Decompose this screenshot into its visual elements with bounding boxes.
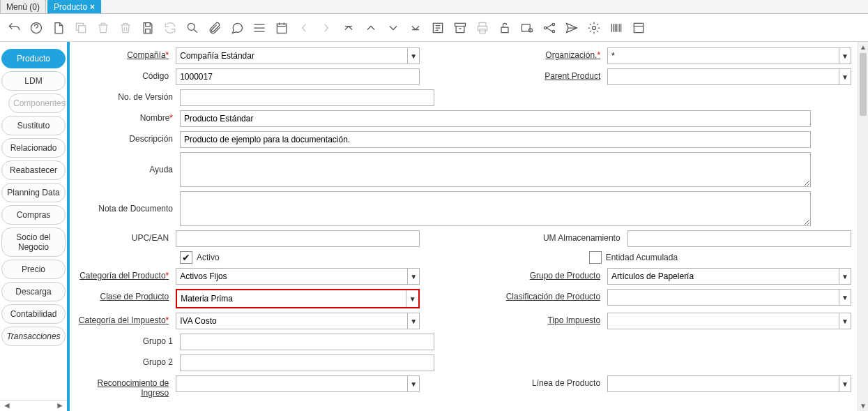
save-icon[interactable] [141,21,155,35]
tipo-impuesto-dropdown-icon[interactable]: ▼ [839,313,851,329]
help-icon[interactable] [29,21,43,35]
categoria-impuesto-field[interactable] [176,313,407,329]
side-tab-sustituto[interactable]: Sustituto [1,116,66,135]
tab-menu-label: Menú (0) [6,2,40,12]
clase-producto-field[interactable] [177,290,406,307]
parent-product-field[interactable] [607,68,839,85]
categoria-producto-dropdown-icon[interactable]: ▼ [407,268,420,285]
clase-producto-dropdown-icon[interactable]: ▼ [406,290,418,307]
request-icon[interactable] [565,21,579,35]
no-version-field[interactable] [180,89,434,106]
organizacion-field[interactable] [607,47,839,64]
nombre-field[interactable] [180,110,811,127]
archive-icon[interactable] [453,21,467,35]
side-scroll-right-icon[interactable]: ► [56,401,64,411]
reconocimiento-ingreso-field[interactable] [176,375,407,392]
new-icon[interactable] [52,21,66,35]
delete-icon[interactable] [96,21,110,35]
scroll-up-icon[interactable]: ▲ [858,42,868,52]
grupo-producto-field[interactable] [607,268,839,285]
customize-icon[interactable] [632,21,646,35]
svg-rect-3 [277,24,286,33]
side-tab-precio[interactable]: Precio [1,260,66,279]
grid-toggle-icon[interactable] [252,21,266,35]
side-tab-ldm[interactable]: LDM [1,71,66,91]
first-record-icon[interactable] [386,21,400,35]
um-almacenamiento-field[interactable] [627,230,851,247]
compania-field[interactable] [176,47,407,64]
side-tab-compras[interactable]: Compras [1,205,66,225]
reconocimiento-ingreso-dropdown-icon[interactable]: ▼ [407,375,420,392]
window-tabs: Menú (0) Producto × [0,0,868,14]
parent-product-dropdown-icon[interactable]: ▼ [839,68,851,85]
undo-icon[interactable] [7,21,21,35]
side-tab-socio-negocio[interactable]: Socio del Negocio [1,227,66,257]
label-compania: Compañía [75,47,176,60]
tipo-impuesto-field[interactable] [607,313,839,329]
checkbox-checked-icon [180,251,192,264]
categoria-impuesto-dropdown-icon[interactable]: ▼ [407,313,420,329]
scroll-thumb[interactable] [860,53,867,116]
side-tab-relacionado[interactable]: Relacionado [1,138,66,158]
toolbar [0,14,868,42]
label-upc-ean: UPC/EAN [75,230,176,243]
codigo-field[interactable] [176,68,420,85]
detail-record-icon[interactable] [364,21,378,35]
clasificacion-producto-dropdown-icon[interactable]: ▼ [839,289,851,306]
side-tab-componentes[interactable]: Componentes [8,94,66,113]
label-grupo2: Grupo 2 [75,354,180,367]
side-tab-producto[interactable]: Producto [1,49,66,68]
side-tab-transacciones[interactable]: Transacciones [1,327,66,346]
lock-icon[interactable] [498,21,512,35]
zoom-across-icon[interactable] [520,21,534,35]
refresh-icon[interactable] [163,21,177,35]
tab-producto[interactable]: Producto × [47,0,101,13]
clasificacion-producto-field[interactable] [607,289,839,306]
upc-ean-field[interactable] [176,230,420,247]
label-codigo: Código [75,68,176,81]
label-no-version: No. de Versión [75,89,180,102]
attachment-icon[interactable] [208,21,222,35]
entidad-acumulada-checkbox[interactable]: Entidad Acumulada [589,251,678,264]
activo-checkbox[interactable]: Activo [180,251,220,264]
copy-icon[interactable] [74,21,88,35]
vertical-scrollbar[interactable]: ▲ ▼ [858,42,868,411]
descripcion-field[interactable] [180,131,811,148]
tab-menu[interactable]: Menú (0) [0,0,46,13]
side-scroll[interactable]: ◄ ► [0,400,67,411]
side-tabs: Producto LDM Componentes Sustituto Relac… [0,42,70,411]
linea-producto-dropdown-icon[interactable]: ▼ [839,375,851,392]
linea-producto-field[interactable] [607,375,839,392]
workflow-icon[interactable] [542,21,556,35]
svg-point-15 [593,26,596,29]
nav-next-icon[interactable] [319,21,333,35]
label-um-almacenamiento: UM Almacenamiento [420,230,627,243]
nav-prev-icon[interactable] [297,21,311,35]
nota-documento-field[interactable] [180,191,811,226]
product-info-icon[interactable] [587,21,601,35]
chat-icon[interactable] [230,21,244,35]
search-icon[interactable] [185,21,199,35]
close-icon[interactable]: × [90,2,95,12]
label-categoria-impuesto: Categoría del Impuesto [75,313,176,325]
calendar-icon[interactable] [275,21,289,35]
delete-selection-icon[interactable] [119,21,132,35]
side-tab-descarga[interactable]: Descarga [1,282,66,301]
last-record-icon[interactable] [409,21,422,35]
parent-record-icon[interactable] [342,21,356,35]
print-icon[interactable] [475,21,489,35]
side-tab-contabilidad[interactable]: Contabilidad [1,304,66,324]
organizacion-dropdown-icon[interactable]: ▼ [839,47,851,64]
grupo-producto-dropdown-icon[interactable]: ▼ [839,268,851,285]
compania-dropdown-icon[interactable]: ▼ [407,47,420,64]
barcode-icon[interactable] [609,21,623,35]
side-tab-planning-data[interactable]: Planning Data [1,183,66,202]
grupo2-field[interactable] [180,354,434,371]
side-tab-reabastecer[interactable]: Reabastecer [1,160,66,180]
report-icon[interactable] [431,21,445,35]
categoria-producto-field[interactable] [176,268,407,285]
ayuda-field[interactable] [180,152,811,187]
side-scroll-left-icon[interactable]: ◄ [3,401,11,411]
grupo1-field[interactable] [180,334,434,350]
scroll-down-icon[interactable]: ▼ [858,401,868,411]
